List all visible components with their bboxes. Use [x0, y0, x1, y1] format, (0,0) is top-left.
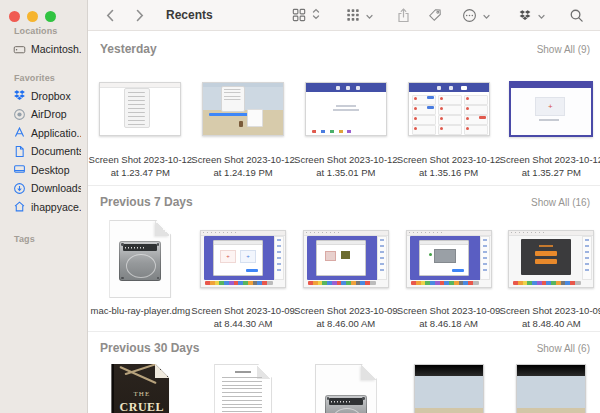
file-thumbnail	[406, 230, 492, 288]
section-title: Yesterday	[100, 42, 157, 56]
sidebar-item-label: Downloads	[31, 182, 81, 194]
file-item[interactable]: + Screen Shot 2023-10-12at 1.35.27 PM	[500, 67, 600, 179]
section-title: Previous 7 Days	[100, 195, 193, 209]
sidebar-item-applications[interactable]: Applicatio...	[13, 124, 81, 143]
file-thumbnail: THE CRUEL	[111, 364, 169, 413]
file-item[interactable]	[192, 364, 295, 413]
sidebar-item-home[interactable]: ihappyace...	[13, 198, 81, 217]
file-item[interactable]: Screen Shot 2023-10-12at 1.24.19 PM	[192, 67, 295, 179]
file-thumbnail	[214, 364, 272, 413]
document-icon	[13, 145, 26, 158]
favorites-section-label: Favorites	[14, 73, 81, 83]
locations-section-label: Locations	[14, 26, 81, 36]
group-by-button[interactable]	[340, 4, 366, 26]
desktop-icon	[13, 163, 26, 176]
show-all-link[interactable]: Show All (16)	[531, 197, 590, 208]
file-thumbnail: ++	[200, 230, 286, 288]
section-yesterday: Yesterday Show All (9) Screen Shot 2023-…	[88, 31, 600, 185]
sidebar-item-macintosh-hd[interactable]: Macintosh...	[13, 40, 81, 59]
sidebar-item-downloads[interactable]: Downloads	[13, 179, 81, 198]
file-item[interactable]	[397, 364, 500, 413]
sidebar-item-label: Desktop	[31, 164, 70, 176]
share-button[interactable]	[391, 4, 416, 26]
hard-drive-icon	[13, 43, 26, 56]
sidebar-item-desktop[interactable]: Desktop	[13, 161, 81, 180]
file-thumbnail	[202, 82, 284, 136]
search-button[interactable]	[563, 4, 590, 26]
file-thumbnail	[516, 364, 586, 413]
minimize-button[interactable]	[27, 11, 38, 22]
file-thumbnail	[305, 82, 387, 136]
show-all-link[interactable]: Show All (9)	[537, 44, 590, 55]
sidebar-item-label: Dropbox	[31, 90, 71, 102]
section-previous-30-days: Previous 30 Days Show All (6) THE CRUEL	[88, 331, 600, 413]
file-browser-content: Yesterday Show All (9) Screen Shot 2023-…	[88, 31, 600, 413]
chevron-down-icon	[483, 6, 490, 24]
file-item[interactable]: Screen Shot 2023-10-09at 8.46.00 AM	[295, 216, 398, 330]
file-item[interactable]	[295, 364, 398, 413]
file-thumbnail	[109, 220, 171, 298]
file-thumbnail	[315, 364, 377, 413]
file-item[interactable]: Screen Shot 2023-10-12at 1.23.47 PM	[89, 67, 192, 179]
applications-icon	[13, 126, 26, 139]
show-all-link[interactable]: Show All (6)	[537, 343, 590, 354]
back-button[interactable]	[100, 4, 120, 26]
file-thumbnail	[99, 82, 181, 136]
chevron-down-icon	[538, 6, 545, 24]
sidebar-item-documents[interactable]: Documents	[13, 142, 81, 161]
sidebar-item-label: Documents	[31, 145, 81, 157]
zoom-button[interactable]	[45, 11, 56, 22]
file-thumbnail	[414, 364, 484, 413]
file-item[interactable]: ++ Screen Shot 2023-10-09at 8.44.30 AM	[192, 216, 295, 330]
sidebar-item-label: Applicatio...	[31, 127, 81, 139]
file-item[interactable]: Screen Shot 2023-10-12at 1.35.01 PM	[295, 67, 398, 179]
dropbox-toolbar-button[interactable]	[512, 4, 538, 26]
file-thumbnail	[508, 230, 594, 288]
airdrop-icon	[13, 108, 26, 121]
file-item[interactable]: THE CRUEL	[89, 364, 192, 413]
file-row: Screen Shot 2023-10-12at 1.23.47 PM Scre…	[88, 67, 600, 179]
sidebar: Locations Macintosh... Favorites Dropbox…	[0, 0, 88, 413]
finder-window: Locations Macintosh... Favorites Dropbox…	[0, 0, 600, 413]
home-icon	[13, 200, 26, 213]
more-options-button[interactable]	[456, 4, 483, 26]
sidebar-item-airdrop[interactable]: AirDrop	[13, 105, 81, 124]
file-thumbnail	[408, 82, 490, 136]
window-controls	[9, 11, 56, 22]
sidebar-item-label: AirDrop	[31, 108, 67, 120]
file-row: mac-blu-ray-player.dmg ++ Screen Shot 20…	[88, 216, 600, 330]
sidebar-item-dropbox[interactable]: Dropbox	[13, 87, 81, 106]
downloads-icon	[13, 182, 26, 195]
close-button[interactable]	[9, 11, 20, 22]
toolbar: Recents	[88, 0, 600, 31]
tags-section-label: Tags	[14, 234, 81, 244]
file-item[interactable]: mac-blu-ray-player.dmg	[89, 216, 192, 330]
file-thumbnail	[303, 230, 389, 288]
chevron-down-icon	[366, 6, 373, 24]
sidebar-item-label: ihappyace...	[31, 201, 81, 213]
section-title: Previous 30 Days	[100, 341, 199, 355]
tag-button[interactable]	[422, 4, 448, 26]
sort-carets-icon[interactable]	[312, 6, 320, 24]
file-item[interactable]: Screen Shot 2023-10-12at 1.35.16 PM	[397, 67, 500, 179]
sidebar-item-label: Macintosh...	[31, 43, 81, 55]
main-area: Recents	[88, 0, 600, 413]
window-title: Recents	[166, 8, 213, 22]
icon-view-button[interactable]	[286, 4, 312, 26]
forward-button[interactable]	[130, 4, 150, 26]
file-item[interactable]: Screen Shot 2023-10-09at 8.48.40 AM	[500, 216, 600, 330]
file-row: THE CRUEL	[88, 364, 600, 413]
section-previous-7-days: Previous 7 Days Show All (16) mac-blu-ra…	[88, 185, 600, 331]
dropbox-icon	[13, 89, 26, 102]
file-item[interactable]: Screen Shot 2023-10-09at 8.46.18 AM	[397, 216, 500, 330]
file-item[interactable]	[500, 364, 600, 413]
file-thumbnail: +	[509, 81, 593, 137]
